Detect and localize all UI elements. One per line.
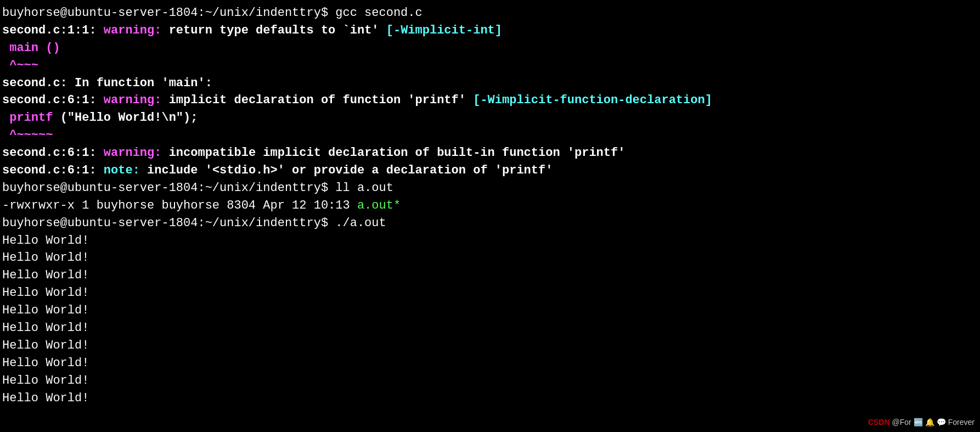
watermark-icon-3: 💬 [937,417,946,428]
watermark-forever: Forever [948,417,975,428]
terminal-line-6: second.c:6:1: warning: implicit declarat… [2,92,978,109]
terminal-line-21: Hello World! [2,355,978,372]
terminal-window: buyhorse@ubuntu-server-1804:~/unix/inden… [0,0,980,432]
terminal-line-2: second.c:1:1: warning: return type defau… [2,22,978,40]
terminal-line-9: second.c:6:1: warning: incompatible impl… [2,144,978,162]
watermark: CSDN @For 🔤 🔔 💬 Forever [868,417,975,428]
terminal-line-1: buyhorse@ubuntu-server-1804:~/unix/inden… [2,4,978,22]
terminal-line-22: Hello World! [2,372,978,390]
terminal-line-17: Hello World! [2,284,978,302]
watermark-icon-1: 🔤 [914,417,923,428]
terminal-line-11: buyhorse@ubuntu-server-1804:~/unix/inden… [2,179,978,197]
watermark-icon-2: 🔔 [925,417,934,428]
terminal-line-19: Hello World! [2,319,978,337]
terminal-line-18: Hello World! [2,302,978,319]
terminal-line-16: Hello World! [2,267,978,284]
terminal-line-23: Hello World! [2,390,978,407]
terminal-line-7: printf ("Hello World!\n"); [2,109,978,127]
terminal-line-8: ^~~~~~ [2,127,978,144]
terminal-line-3: main () [2,40,978,57]
terminal-line-4: ^~~~ [2,57,978,75]
terminal-line-14: Hello World! [2,232,978,250]
watermark-csdn: CSDN [868,417,890,428]
terminal-line-5: second.c: In function 'main': [2,75,978,92]
terminal-line-13: buyhorse@ubuntu-server-1804:~/unix/inden… [2,215,978,232]
watermark-suffix: @For [892,417,911,428]
terminal-line-15: Hello World! [2,249,978,267]
terminal-line-12: -rwxrwxr-x 1 buyhorse buyhorse 8304 Apr … [2,197,978,215]
terminal-line-20: Hello World! [2,337,978,355]
terminal-output: buyhorse@ubuntu-server-1804:~/unix/inden… [2,4,978,407]
terminal-line-10: second.c:6:1: note: include '<stdio.h>' … [2,162,978,179]
